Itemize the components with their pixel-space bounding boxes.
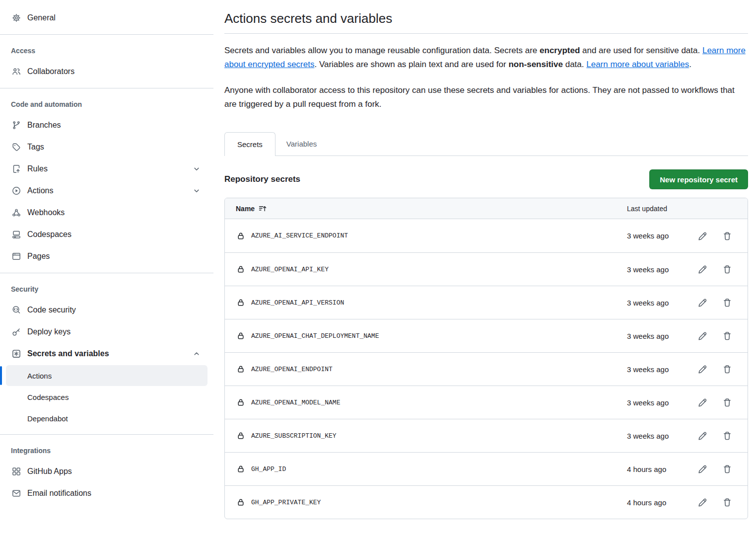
secret-name: GH_APP_PRIVATE_KEY — [251, 499, 321, 506]
edit-secret-button[interactable] — [698, 431, 707, 440]
edit-secret-button[interactable] — [698, 498, 707, 507]
delete-secret-button[interactable] — [723, 398, 732, 407]
edit-secret-button[interactable] — [698, 398, 707, 407]
edit-secret-button[interactable] — [698, 232, 707, 240]
tab-secrets[interactable]: Secrets — [224, 132, 275, 156]
lock-icon — [237, 398, 245, 406]
sidebar-item-label: Actions — [27, 186, 53, 195]
edit-secret-button[interactable] — [698, 265, 707, 274]
git-branch-icon — [12, 121, 21, 130]
browser-icon — [12, 252, 21, 261]
trash-icon — [723, 465, 732, 473]
delete-secret-button[interactable] — [723, 465, 732, 473]
sidebar-item-label: Secrets and variables — [27, 349, 109, 358]
mail-icon — [12, 489, 21, 498]
delete-secret-button[interactable] — [723, 431, 732, 440]
intro-text: . — [689, 60, 691, 69]
sidebar-item-github-apps[interactable]: GitHub Apps — [0, 461, 213, 482]
edit-secret-button[interactable] — [698, 465, 707, 473]
edit-secret-button[interactable] — [698, 331, 707, 340]
table-row: GH_APP_ID 4 hours ago — [225, 452, 748, 485]
secret-name: AZURE_OPENAI_MODEL_NAME — [251, 399, 340, 406]
lock-icon — [237, 232, 245, 240]
key-icon — [12, 327, 21, 336]
sidebar-item-code-security[interactable]: Code security — [0, 299, 213, 321]
last-updated-value: 4 hours ago — [621, 498, 688, 507]
sidebar-item-codespaces[interactable]: Codespaces — [0, 224, 213, 245]
sidebar-divider — [0, 34, 213, 35]
delete-secret-button[interactable] — [723, 365, 732, 374]
sidebar-item-pages[interactable]: Pages — [0, 245, 213, 267]
apps-icon — [12, 467, 21, 476]
sidebar-item-tags[interactable]: Tags — [0, 136, 213, 158]
sidebar-item-rules[interactable]: Rules — [0, 158, 213, 180]
sort-ascending-icon — [259, 205, 267, 213]
last-updated-value: 3 weeks ago — [621, 299, 688, 307]
sidebar-item-label: Dependabot — [27, 414, 68, 423]
rules-icon — [12, 164, 21, 173]
trash-icon — [723, 431, 732, 440]
delete-secret-button[interactable] — [723, 232, 732, 240]
settings-page: General Access Collaborators Code and au… — [0, 0, 756, 545]
sidebar-divider — [0, 273, 213, 273]
sidebar-item-secrets-and-variables[interactable]: Secrets and variables — [0, 343, 213, 365]
new-repository-secret-button[interactable]: New repository secret — [649, 169, 748, 189]
sidebar-item-label: Branches — [27, 121, 61, 130]
edit-secret-button[interactable] — [698, 298, 707, 307]
link-variables[interactable]: Learn more about variables — [586, 60, 689, 69]
secret-asterisk-icon — [12, 349, 21, 358]
sidebar-subitem-dependabot[interactable]: Dependabot — [6, 408, 207, 429]
tab-variables[interactable]: Variables — [275, 132, 328, 156]
sidebar-item-webhooks[interactable]: Webhooks — [0, 202, 213, 224]
pencil-icon — [698, 232, 707, 240]
sidebar-divider — [0, 88, 213, 88]
secret-name: AZURE_OPENAI_API_VERSION — [251, 299, 344, 307]
secret-name: GH_APP_ID — [251, 466, 286, 473]
table-row: AZURE_OPENAI_MODEL_NAME 3 weeks ago — [225, 386, 748, 419]
sidebar-item-label: Codespaces — [27, 230, 71, 239]
name-header-label: Name — [236, 205, 255, 213]
sidebar-item-label: Pages — [27, 252, 50, 261]
last-updated-value: 3 weeks ago — [621, 365, 688, 374]
delete-secret-button[interactable] — [723, 298, 732, 307]
sidebar-subitem-actions-active[interactable]: Actions — [6, 365, 207, 386]
secret-name: AZURE_SUBSCRIPTION_KEY — [251, 432, 337, 440]
pencil-icon — [698, 365, 707, 374]
last-updated-value: 3 weeks ago — [621, 432, 688, 440]
sidebar-item-label: General — [27, 13, 56, 22]
trash-icon — [723, 298, 732, 307]
sidebar-item-general[interactable]: General — [0, 7, 213, 29]
secret-name: AZURE_OPENAI_ENDPOINT — [251, 366, 333, 373]
intro-text: and are used for sensitive data. — [580, 46, 702, 55]
sidebar-item-label: Email notifications — [27, 489, 91, 498]
pencil-icon — [698, 298, 707, 307]
sidebar-item-actions[interactable]: Actions — [0, 180, 213, 202]
sidebar-subitem-codespaces[interactable]: Codespaces — [6, 387, 207, 407]
last-updated-value: 4 hours ago — [621, 465, 688, 473]
table-row: AZURE_OPENAI_API_KEY 3 weeks ago — [225, 252, 748, 286]
sidebar-item-email-notifications[interactable]: Email notifications — [0, 482, 213, 504]
sidebar-divider — [0, 434, 213, 435]
trash-icon — [723, 232, 732, 240]
lock-icon — [237, 299, 245, 307]
chevron-down-icon — [193, 187, 201, 195]
table-row: AZURE_AI_SERVICE_ENDPOINT 3 weeks ago — [225, 219, 748, 252]
sidebar-item-deploy-keys[interactable]: Deploy keys — [0, 321, 213, 343]
pencil-icon — [698, 465, 707, 473]
gear-icon — [12, 13, 21, 22]
pencil-icon — [698, 265, 707, 274]
name-column-header[interactable]: Name — [236, 205, 621, 213]
delete-secret-button[interactable] — [723, 331, 732, 340]
table-row: AZURE_OPENAI_API_VERSION 3 weeks ago — [225, 286, 748, 319]
main-content: Actions secrets and variables Secrets an… — [224, 0, 748, 545]
edit-secret-button[interactable] — [698, 365, 707, 374]
lock-icon — [237, 332, 245, 340]
last-updated-value: 3 weeks ago — [621, 398, 688, 407]
sidebar-section-security: Security — [0, 279, 213, 299]
chevron-up-icon — [193, 350, 201, 358]
delete-secret-button[interactable] — [723, 498, 732, 507]
sidebar-item-branches[interactable]: Branches — [0, 114, 213, 136]
sidebar-item-collaborators[interactable]: Collaborators — [0, 61, 213, 82]
delete-secret-button[interactable] — [723, 265, 732, 274]
secrets-table-header: Name Last updated — [225, 198, 748, 219]
